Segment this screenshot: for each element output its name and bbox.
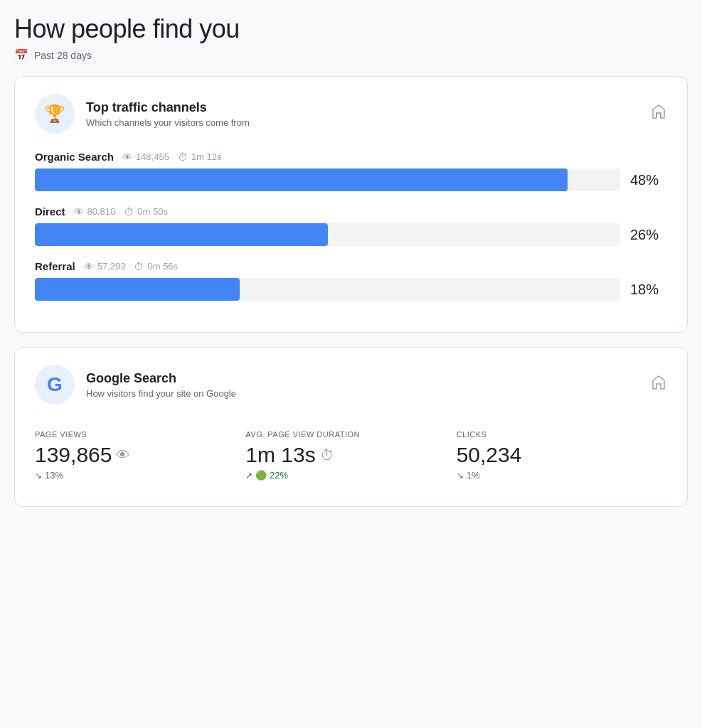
trend-arrow-up: ↗ — [245, 471, 252, 481]
google-card-title: Google Search — [86, 371, 236, 386]
google-card-header-left: G Google Search How visitors find your s… — [35, 365, 236, 405]
traffic-channels-card: 🏆 Top traffic channels Which channels yo… — [14, 76, 688, 333]
google-search-card: G Google Search How visitors find your s… — [14, 347, 688, 507]
channel-label-row: Direct 👁 80,810 ⏱ 0m 50s — [35, 205, 667, 218]
channel-views: 👁 80,810 — [74, 206, 116, 218]
channel-label-row: Organic Search 👁 148,455 ⏱ 1m 12s — [35, 151, 667, 163]
channel-name: Referral — [35, 260, 75, 272]
stat-value: 1m 13s ⏱ — [245, 443, 456, 467]
bar-fill — [35, 223, 328, 246]
clock-icon: ⏱ — [124, 206, 134, 218]
channel-name: Organic Search — [35, 151, 114, 163]
google-learn-more-icon[interactable] — [650, 374, 667, 395]
stat-label: CLICKS — [457, 430, 667, 439]
stat-block-2: CLICKS 50,234 ↘ 1% — [457, 422, 667, 489]
channel-views: 👁 148,455 — [122, 151, 169, 163]
stat-value: 50,234 — [457, 443, 667, 467]
clock-icon: ⏱ — [178, 151, 188, 163]
stat-label: PAGE VIEWS — [35, 430, 245, 439]
bar-row: 18% — [35, 278, 667, 301]
stat-label: AVG. PAGE VIEW DURATION — [245, 430, 456, 439]
stat-change-value: 13% — [45, 470, 63, 481]
card-header-left: 🏆 Top traffic channels Which channels yo… — [35, 94, 250, 134]
stat-change-value: 🟢 22% — [255, 470, 288, 481]
channel-label-row: Referral 👁 57,293 ⏱ 0m 56s — [35, 260, 667, 272]
card-title-group: Top traffic channels Which channels your… — [86, 100, 250, 128]
stat-block-1: AVG. PAGE VIEW DURATION 1m 13s ⏱ ↗ 🟢 22% — [245, 422, 456, 489]
bar-background — [35, 168, 620, 191]
eye-icon: 👁 — [122, 151, 132, 163]
bar-row: 26% — [35, 223, 667, 246]
channels-container: Organic Search 👁 148,455 ⏱ 1m 12s 48% Di… — [35, 151, 667, 301]
bar-background — [35, 223, 620, 246]
stat-change: ↘ 13% — [35, 470, 245, 481]
stats-grid: PAGE VIEWS 139,865 👁 ↘ 13% AVG. PAGE VIE… — [35, 422, 667, 489]
channel-views: 👁 57,293 — [84, 261, 126, 272]
channel-duration: ⏱ 1m 12s — [178, 151, 222, 163]
clock-icon: ⏱ — [134, 261, 144, 272]
channel-name: Direct — [35, 205, 65, 218]
google-g-icon: G — [47, 373, 63, 396]
google-icon-circle: G — [35, 365, 75, 405]
calendar-icon: 📅 — [14, 48, 28, 62]
bar-row: 48% — [35, 168, 667, 191]
date-range-label: Past 28 days — [34, 50, 92, 61]
channel-duration: ⏱ 0m 56s — [134, 261, 178, 272]
bar-percent: 26% — [630, 227, 667, 243]
bar-percent: 48% — [630, 172, 667, 188]
bar-fill — [35, 168, 568, 191]
trend-arrow-down: ↘ — [35, 471, 42, 481]
page-title: How people find you — [14, 14, 688, 44]
stat-block-0: PAGE VIEWS 139,865 👁 ↘ 13% — [35, 422, 245, 489]
learn-more-icon[interactable] — [650, 103, 667, 124]
trophy-icon-circle: 🏆 — [35, 94, 75, 134]
date-range: 📅 Past 28 days — [14, 48, 688, 62]
channel-referral: Referral 👁 57,293 ⏱ 0m 56s 18% — [35, 260, 667, 301]
stat-change-value: 1% — [467, 470, 480, 481]
bar-fill — [35, 278, 240, 301]
channel-duration: ⏱ 0m 50s — [124, 206, 168, 218]
stat-change: ↗ 🟢 22% — [245, 470, 456, 481]
google-card-subtitle: How visitors find your site on Google — [86, 388, 236, 399]
stat-value: 139,865 👁 — [35, 443, 245, 467]
google-title-group: Google Search How visitors find your sit… — [86, 371, 236, 399]
card-subtitle: Which channels your visitors come from — [86, 117, 250, 128]
clock-stat-icon: ⏱ — [320, 447, 334, 464]
card-title: Top traffic channels — [86, 100, 250, 115]
eye-icon: 👁 — [84, 261, 94, 272]
trend-arrow-down: ↘ — [457, 471, 464, 481]
card-header: 🏆 Top traffic channels Which channels yo… — [35, 94, 667, 134]
channel-direct: Direct 👁 80,810 ⏱ 0m 50s 26% — [35, 205, 667, 246]
bar-percent: 18% — [630, 282, 667, 298]
trophy-icon: 🏆 — [44, 104, 65, 124]
google-card-header: G Google Search How visitors find your s… — [35, 365, 667, 405]
stat-change: ↘ 1% — [457, 470, 667, 481]
channel-organic-search: Organic Search 👁 148,455 ⏱ 1m 12s 48% — [35, 151, 667, 191]
eye-icon: 👁 — [74, 206, 84, 218]
bar-background — [35, 278, 620, 301]
eye-stat-icon: 👁 — [116, 447, 130, 464]
